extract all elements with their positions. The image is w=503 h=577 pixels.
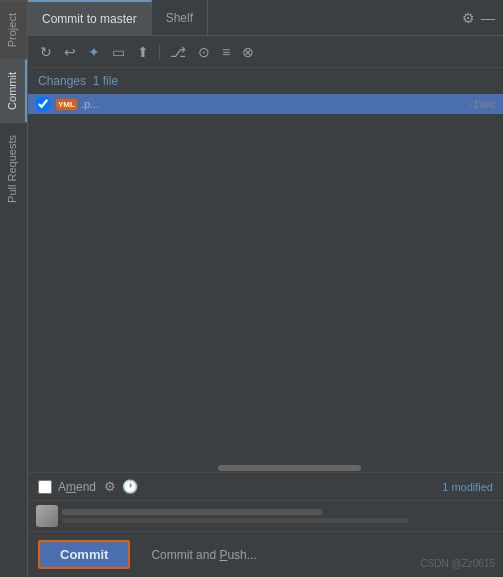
amend-history-icon[interactable]: 🕐: [122, 479, 138, 494]
file-list[interactable]: YML .p... -1\src: [28, 94, 503, 464]
diff-button[interactable]: ⊙: [194, 42, 214, 62]
msg-placeholder-1: [62, 518, 408, 523]
modified-badge: 1 modified: [442, 481, 493, 493]
commit-button[interactable]: Commit: [38, 540, 130, 569]
sidebar-item-project[interactable]: Project: [0, 0, 27, 59]
toolbar: ↻ ↩ ✦ ▭ ⬆ ⎇ ⊙ ≡ ⊗: [28, 36, 503, 68]
sidebar-item-commit[interactable]: Commit: [0, 59, 27, 122]
amend-row: Amend ⚙ 🕐 1 modified: [28, 472, 503, 500]
branch-button[interactable]: ⎇: [166, 42, 190, 62]
push-button[interactable]: ⬆: [133, 42, 153, 62]
settings-icon[interactable]: ⚙: [462, 10, 475, 26]
avatar-image: [36, 505, 58, 527]
refresh-button[interactable]: ↻: [36, 42, 56, 62]
amend-label: Amend: [58, 480, 96, 494]
file-item[interactable]: YML .p... -1\src: [28, 94, 503, 114]
tab-shelf[interactable]: Shelf: [152, 0, 208, 35]
sidebar: Project Commit Pull Requests: [0, 0, 28, 577]
bottom-bar: Commit Commit and Push... CSDN @Zz0615: [28, 531, 503, 577]
file-path: -1\src: [470, 99, 495, 110]
amend-checkbox[interactable]: [38, 480, 52, 494]
horizontal-scrollbar[interactable]: [28, 464, 503, 472]
sidebar-item-pull-requests[interactable]: Pull Requests: [0, 122, 27, 215]
main-panel: Commit to master Shelf ⚙ — ↻ ↩ ✦ ▭ ⬆ ⎇ ⊙…: [28, 0, 503, 577]
amend-settings-icon[interactable]: ⚙: [104, 479, 116, 494]
tab-bar: Commit to master Shelf ⚙ —: [28, 0, 503, 36]
file-checkbox[interactable]: [36, 97, 50, 111]
scroll-thumb[interactable]: [218, 465, 361, 471]
log-button[interactable]: ≡: [218, 42, 234, 62]
commit-and-push-button[interactable]: Commit and Push...: [138, 542, 269, 568]
tab-commit-to-master[interactable]: Commit to master: [28, 0, 152, 35]
author-placeholder: [62, 509, 322, 515]
file-name: .p...: [81, 98, 470, 110]
avatar: [36, 505, 58, 527]
commit-message-area: [28, 500, 503, 531]
file-type-icon: YML: [56, 99, 77, 110]
commit-push-label: Commit and Push...: [151, 548, 256, 562]
changes-header: Changes 1 file: [28, 68, 503, 94]
stash-button[interactable]: ▭: [108, 42, 129, 62]
tab-icon-group: ⚙ —: [454, 10, 503, 26]
toolbar-separator-1: [159, 44, 160, 60]
watermark-text: CSDN @Zz0615: [420, 558, 495, 569]
commit-msg-row: [36, 505, 495, 527]
merge-button[interactable]: ⊗: [238, 42, 258, 62]
minimize-icon[interactable]: —: [481, 10, 495, 26]
undo-button[interactable]: ↩: [60, 42, 80, 62]
amend-icons: ⚙ 🕐: [104, 479, 138, 494]
cherry-pick-button[interactable]: ✦: [84, 42, 104, 62]
